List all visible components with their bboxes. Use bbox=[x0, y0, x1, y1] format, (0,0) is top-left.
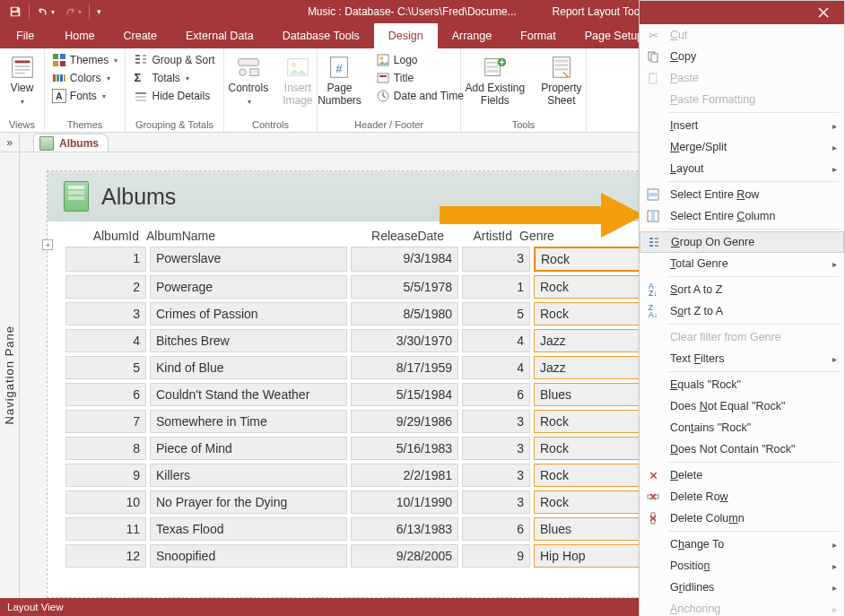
group-sort-button[interactable]: Group & Sort bbox=[132, 52, 216, 68]
ctx-select-col[interactable]: Select Entire Column bbox=[640, 205, 844, 227]
add-fields-button[interactable]: Add Existing Fields bbox=[459, 52, 530, 109]
cell-artistid[interactable]: 3 bbox=[462, 490, 530, 514]
cell-releasedate[interactable]: 6/13/1983 bbox=[351, 517, 458, 541]
cell-artistid[interactable]: 6 bbox=[462, 517, 530, 541]
cell-albumname[interactable]: Killers bbox=[150, 464, 347, 487]
cell-albumid[interactable]: 9 bbox=[65, 464, 146, 487]
ctx-change-to[interactable]: Change To▸ bbox=[640, 534, 844, 555]
cell-releasedate[interactable]: 9/3/1984 bbox=[351, 247, 458, 272]
ctx-text-filters[interactable]: Text Filters▸ bbox=[640, 348, 844, 369]
header-releasedate[interactable]: ReleaseDate bbox=[344, 229, 451, 243]
save-icon[interactable] bbox=[5, 4, 25, 20]
ctx-select-row[interactable]: Select Entire Row bbox=[640, 184, 844, 205]
cell-albumname[interactable]: Powerslave bbox=[150, 247, 347, 272]
window-close-icon[interactable] bbox=[803, 1, 844, 24]
cell-albumid[interactable]: 4 bbox=[65, 329, 146, 352]
cell-albumname[interactable]: Somewhere in Time bbox=[150, 410, 347, 433]
doc-tab-albums[interactable]: Albums bbox=[33, 134, 109, 152]
view-button[interactable]: View▾ bbox=[4, 52, 41, 109]
tab-create[interactable]: Create bbox=[109, 23, 172, 48]
ctx-sort-za[interactable]: ZA↓Sort Z to A bbox=[640, 300, 844, 322]
cell-albumid[interactable]: 1 bbox=[65, 247, 146, 272]
ctx-not-contain[interactable]: Does Not Contain "Rock" bbox=[640, 438, 844, 460]
undo-icon[interactable]: ▾ bbox=[33, 4, 58, 20]
cell-artistid[interactable]: 3 bbox=[462, 464, 530, 487]
cell-albumid[interactable]: 5 bbox=[65, 356, 146, 379]
cell-albumid[interactable]: 2 bbox=[65, 275, 146, 299]
cell-albumname[interactable]: Bitches Brew bbox=[150, 329, 347, 352]
navpane-toggle-icon[interactable]: » bbox=[0, 133, 20, 152]
cell-releasedate[interactable]: 5/5/1978 bbox=[351, 275, 458, 299]
ctx-layout[interactable]: Layout▸ bbox=[640, 158, 844, 179]
cell-artistid[interactable]: 3 bbox=[462, 437, 530, 460]
cell-releasedate[interactable]: 3/30/1970 bbox=[351, 329, 458, 352]
cell-albumname[interactable]: No Prayer for the Dying bbox=[150, 490, 347, 514]
tab-external-data[interactable]: External Data bbox=[171, 23, 268, 48]
cell-albumname[interactable]: Powerage bbox=[150, 275, 347, 299]
cell-releasedate[interactable]: 5/16/1983 bbox=[351, 437, 458, 460]
cell-artistid[interactable]: 5 bbox=[462, 302, 530, 325]
header-albumname[interactable]: AlbumName bbox=[146, 229, 344, 243]
ctx-total-genre[interactable]: Total Genre▸ bbox=[640, 253, 844, 274]
title-button[interactable]: Title bbox=[374, 70, 466, 86]
cell-albumid[interactable]: 11 bbox=[65, 517, 146, 541]
cell-albumname[interactable]: Kind of Blue bbox=[150, 356, 347, 379]
tab-file[interactable]: File bbox=[0, 23, 50, 48]
hide-details-button[interactable]: Hide Details bbox=[132, 88, 216, 104]
cell-releasedate[interactable]: 5/15/1984 bbox=[351, 383, 458, 406]
tab-home[interactable]: Home bbox=[50, 23, 109, 48]
cell-albumname[interactable]: Piece of Mind bbox=[150, 437, 347, 460]
ctx-delete-row[interactable]: Delete Row bbox=[640, 486, 844, 508]
report-title[interactable]: Albums bbox=[101, 184, 176, 210]
cell-releasedate[interactable]: 9/28/2005 bbox=[351, 544, 458, 568]
ctx-gridlines[interactable]: Gridlines▸ bbox=[640, 577, 844, 598]
ctx-merge-split[interactable]: Merge/Split▸ bbox=[640, 136, 844, 158]
totals-button[interactable]: ΣTotals▾ bbox=[132, 70, 216, 86]
cell-albumname[interactable]: Snoopified bbox=[150, 544, 347, 568]
tab-database-tools[interactable]: Database Tools bbox=[268, 23, 374, 48]
cell-albumid[interactable]: 12 bbox=[65, 544, 146, 568]
cell-albumid[interactable]: 7 bbox=[65, 410, 146, 433]
ctx-delete[interactable]: ✕Delete bbox=[640, 464, 844, 486]
colors-button[interactable]: Colors▾ bbox=[50, 70, 119, 86]
cell-releasedate[interactable]: 8/5/1980 bbox=[351, 302, 458, 325]
cell-albumid[interactable]: 8 bbox=[65, 437, 146, 460]
cell-albumid[interactable]: 3 bbox=[65, 302, 146, 325]
navigation-pane-collapsed[interactable]: Navigation Pane bbox=[0, 152, 20, 598]
cell-albumid[interactable]: 6 bbox=[65, 383, 146, 406]
cell-releasedate[interactable]: 2/2/1981 bbox=[351, 464, 458, 487]
ctx-position[interactable]: Position▸ bbox=[640, 555, 844, 577]
cell-artistid[interactable]: 3 bbox=[462, 410, 530, 433]
cell-artistid[interactable]: 9 bbox=[462, 544, 530, 568]
cell-artistid[interactable]: 4 bbox=[462, 356, 530, 379]
cell-artistid[interactable]: 4 bbox=[462, 329, 530, 352]
qat-customize-icon[interactable]: ▾ bbox=[93, 5, 105, 18]
cell-artistid[interactable]: 3 bbox=[462, 247, 530, 272]
property-sheet-button[interactable]: Property Sheet bbox=[536, 52, 587, 109]
cell-albumid[interactable]: 10 bbox=[65, 490, 146, 514]
ctx-not-equal[interactable]: Does Not Equal "Rock" bbox=[640, 395, 844, 417]
themes-button[interactable]: Themes▾ bbox=[50, 52, 119, 68]
page-numbers-button[interactable]: # Page Numbers bbox=[312, 52, 367, 109]
fonts-button[interactable]: AFonts▾ bbox=[50, 88, 119, 104]
cell-releasedate[interactable]: 9/29/1986 bbox=[351, 410, 458, 433]
date-time-button[interactable]: Date and Time bbox=[374, 88, 466, 104]
cell-albumname[interactable]: Crimes of Passion bbox=[150, 302, 347, 325]
logo-button[interactable]: Logo bbox=[374, 52, 466, 68]
ctx-equals[interactable]: Equals "Rock" bbox=[640, 374, 844, 395]
cell-artistid[interactable]: 1 bbox=[462, 275, 530, 299]
ctx-contains[interactable]: Contains "Rock" bbox=[640, 417, 844, 438]
header-albumid[interactable]: AlbumId bbox=[65, 229, 146, 243]
ctx-copy[interactable]: Copy bbox=[640, 46, 844, 67]
ctx-insert[interactable]: Insert▸ bbox=[640, 115, 844, 136]
ctx-group-on-genre[interactable]: Group On Genre bbox=[640, 231, 844, 253]
ctx-sort-az[interactable]: AZ↓Sort A to Z bbox=[640, 279, 844, 300]
tab-design[interactable]: Design bbox=[374, 23, 438, 48]
cell-artistid[interactable]: 6 bbox=[462, 383, 530, 406]
cell-albumname[interactable]: Texas Flood bbox=[150, 517, 347, 541]
cell-releasedate[interactable]: 10/1/1990 bbox=[351, 490, 458, 514]
ctx-delete-col[interactable]: Delete Column bbox=[640, 508, 844, 529]
cell-albumname[interactable]: Couldn't Stand the Weather bbox=[150, 383, 347, 406]
tab-arrange[interactable]: Arrange bbox=[438, 23, 506, 48]
cell-releasedate[interactable]: 8/17/1959 bbox=[351, 356, 458, 379]
